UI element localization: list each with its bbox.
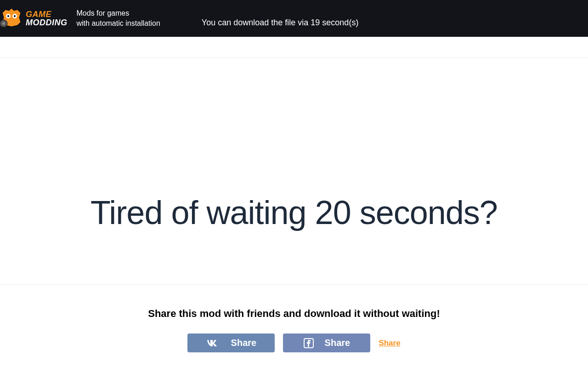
logo-icon: [0, 6, 23, 31]
divider-bottom: [0, 284, 588, 285]
vk-icon: [206, 339, 220, 347]
share-button-facebook[interactable]: Share: [283, 334, 370, 352]
share-button-vk[interactable]: Share: [187, 334, 275, 352]
share-buttons: Share Share Share: [0, 334, 588, 352]
main-content: Tired of waiting 20 seconds? Share this …: [0, 37, 588, 352]
svg-point-1: [7, 15, 9, 17]
divider-top: [0, 58, 588, 58]
logo-text-modding: MODDING: [26, 18, 68, 27]
fb-share-label: Share: [325, 338, 351, 348]
headline: Tired of waiting 20 seconds?: [0, 194, 588, 231]
tagline-line2: with automatic installation: [77, 18, 160, 29]
tagline: Mods for games with automatic installati…: [77, 8, 160, 29]
logo[interactable]: GAME MODDING: [0, 6, 68, 31]
logo-text: GAME MODDING: [26, 10, 68, 27]
logo-text-game: GAME: [26, 10, 68, 18]
share-section: Share this mod with friends and download…: [0, 308, 588, 352]
svg-point-5: [2, 22, 5, 25]
vk-share-label: Share: [231, 338, 257, 348]
tagline-line1: Mods for games: [77, 8, 160, 18]
facebook-icon: [304, 338, 314, 348]
header: GAME MODDING Mods for games with automat…: [0, 0, 588, 37]
share-link[interactable]: Share: [379, 339, 400, 348]
svg-point-3: [14, 15, 16, 17]
share-heading: Share this mod with friends and download…: [0, 308, 588, 320]
countdown-message: You can download the file via 19 second(…: [202, 18, 588, 28]
